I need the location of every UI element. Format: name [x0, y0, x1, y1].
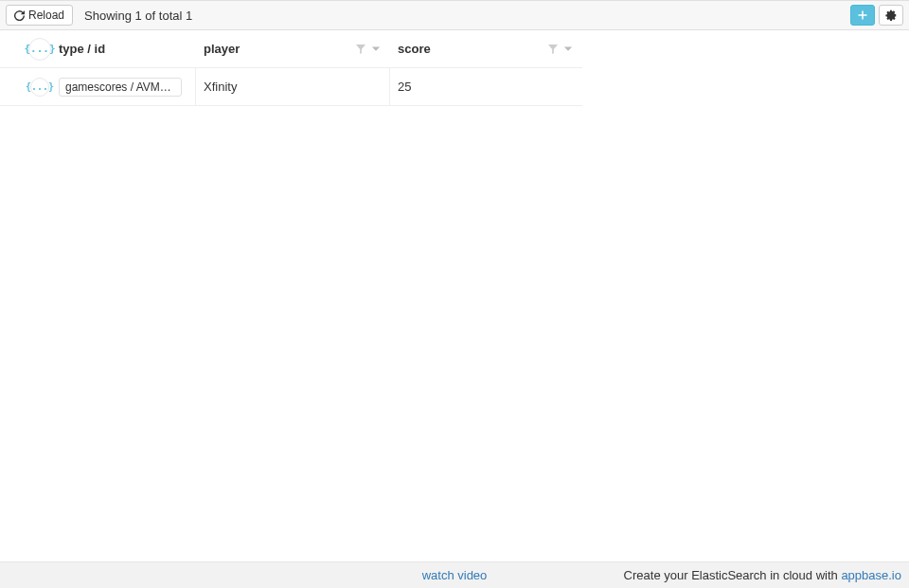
data-table: {...} type / id player score {...} games… [0, 30, 582, 106]
column-label-player: player [204, 42, 240, 56]
json-icon[interactable]: {...} [30, 78, 49, 97]
score-value: 25 [398, 80, 411, 94]
filter-icon[interactable] [356, 45, 365, 54]
chevron-down-icon[interactable] [563, 45, 573, 54]
footer-create-text: Create your ElasticSearch in cloud with [624, 568, 842, 582]
reload-icon [14, 10, 25, 21]
cell-type-id: {...} gamescores / AVMZ1x... [0, 68, 196, 105]
gear-icon [885, 9, 897, 21]
table-row[interactable]: {...} gamescores / AVMZ1x... Xfinity 25 [0, 68, 582, 106]
plus-icon [857, 9, 868, 21]
filter-icon[interactable] [548, 45, 558, 54]
appbase-link[interactable]: appbase.io [841, 568, 901, 582]
type-id-value[interactable]: gamescores / AVMZ1x... [59, 78, 182, 97]
toolbar: Reload Showing 1 of total 1 [0, 0, 909, 30]
cell-player: Xfinity [196, 68, 390, 105]
column-label-score: score [398, 42, 431, 56]
status-text: Showing 1 of total 1 [84, 9, 192, 23]
add-button[interactable] [850, 5, 875, 26]
reload-button[interactable]: Reload [6, 5, 73, 26]
cell-score: 25 [390, 68, 582, 105]
reload-label: Reload [28, 9, 64, 22]
settings-button[interactable] [879, 5, 903, 26]
json-icon: {...} [28, 38, 51, 61]
watch-video-link[interactable]: watch video [422, 568, 488, 582]
footer: watch video Create your ElasticSearch in… [0, 561, 909, 588]
column-header-player[interactable]: player [196, 42, 390, 56]
table-header-row: {...} type / id player score [0, 30, 582, 68]
column-header-type-id[interactable]: {...} type / id [0, 38, 196, 61]
footer-center: watch video [422, 568, 488, 582]
chevron-down-icon[interactable] [371, 45, 381, 54]
footer-right: Create your ElasticSearch in cloud with … [624, 568, 901, 582]
column-label-type: type / id [59, 42, 105, 56]
player-value: Xfinity [204, 80, 237, 94]
column-header-score[interactable]: score [390, 42, 582, 56]
